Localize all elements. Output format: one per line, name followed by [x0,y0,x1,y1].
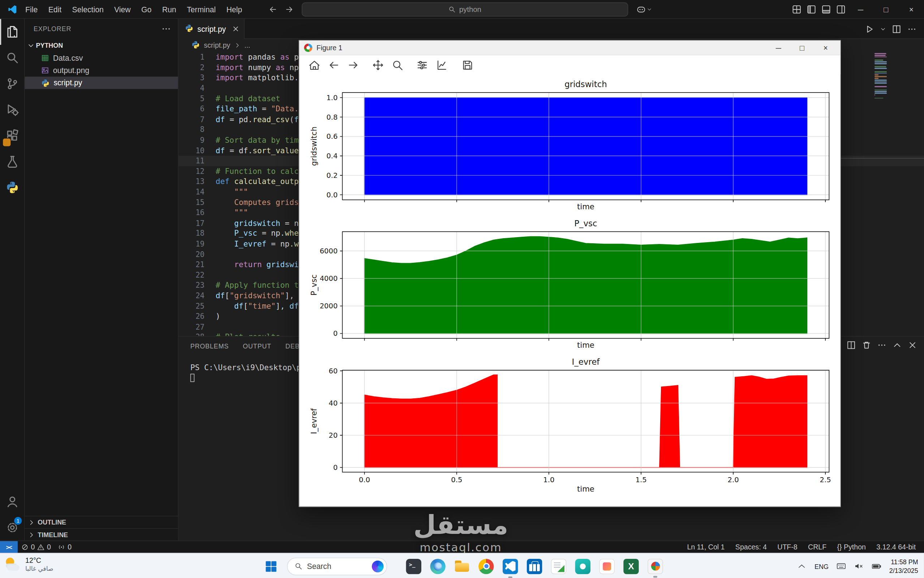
taskbar-app-pyfig[interactable] [648,559,663,574]
figure-tool-pan-icon[interactable] [370,57,386,72]
toggle-secondary-sidebar-icon[interactable] [836,5,846,14]
menu-go[interactable]: Go [136,5,157,14]
activity-account-icon[interactable] [0,489,24,515]
figure-tool-home-icon[interactable] [306,57,323,72]
command-center-search[interactable]: python [302,3,628,16]
toggle-panel-icon[interactable] [821,5,831,14]
taskbar-app-teal[interactable] [575,559,590,574]
back-icon[interactable] [269,5,277,14]
close-tab-icon[interactable] [232,25,239,32]
breadcrumb-file[interactable]: script.py [204,41,230,50]
figure-tool-subplots-icon[interactable] [414,57,430,72]
taskbar-app-vscode[interactable] [503,559,518,574]
line-number: 4 [178,84,204,93]
toggle-primary-sidebar-icon[interactable] [807,5,816,14]
run-options-dropdown-icon[interactable] [880,26,886,32]
tray-chevron-up-icon[interactable] [797,561,807,571]
status-indentation[interactable]: Spaces: 4 [735,543,767,551]
figure-tool-zoom-icon[interactable] [389,57,405,72]
figure-close-button[interactable]: × [814,41,837,55]
clock[interactable]: 11:58 PM 2/13/2025 [889,558,918,575]
svg-text:P_vsc: P_vsc [309,274,318,295]
code-text: I_evref = np.whe [216,239,308,248]
file-output-png[interactable]: output.png [24,64,178,76]
taskbar-search[interactable]: Search [287,557,387,575]
battery-icon[interactable] [872,561,882,571]
split-terminal-icon[interactable] [847,341,855,349]
problems-status[interactable]: 0 0 [18,541,55,553]
figure-tool-save-icon[interactable] [460,57,475,72]
taskbar-app-vs[interactable] [551,559,566,574]
taskbar-app-store[interactable] [527,559,542,574]
forward-icon[interactable] [285,5,293,14]
remote-indicator[interactable]: >< [0,541,18,553]
menu-run[interactable]: Run [157,5,182,14]
menu-file[interactable]: File [20,5,43,14]
volume-mute-icon[interactable] [854,561,864,571]
file-script-py[interactable]: script.py [24,76,178,89]
menu-selection[interactable]: Selection [67,5,109,14]
customize-layout-icon[interactable] [792,5,801,14]
status-eol[interactable]: CRLF [808,543,827,551]
ports-status[interactable]: 0 [55,541,75,553]
close-button[interactable]: × [899,0,924,19]
line-number: 19 [178,239,204,248]
figure-maximize-button[interactable]: □ [790,41,814,55]
figure-tool-customize-icon[interactable] [434,57,449,72]
more-actions-icon[interactable] [877,341,886,349]
taskbar-app-excel[interactable] [623,559,639,574]
status-cursor-position[interactable]: Ln 11, Col 1 [687,543,725,551]
copilot-icon[interactable] [636,5,652,14]
figure-canvas[interactable]: 0.00.20.40.60.81.0gridswitchtimegridswit… [299,74,840,508]
menu-help[interactable]: Help [221,5,248,14]
figure-window[interactable]: Figure 1 ─□× 0.00.20.40.60.81.0gridswitc… [299,40,841,507]
status-language-mode[interactable]: {} Python [837,543,866,551]
menu-edit[interactable]: Edit [43,5,67,14]
sidebar-section-timeline[interactable]: TIMELINE [24,528,178,541]
minimize-button[interactable]: ─ [848,0,874,19]
more-actions-icon[interactable] [908,24,916,33]
figure-titlebar[interactable]: Figure 1 ─□× [299,41,840,56]
taskbar-app-chrome[interactable] [478,559,494,574]
menu-terminal[interactable]: Terminal [182,5,221,14]
activity-explorer-icon[interactable] [0,19,24,45]
tab-script-py[interactable]: script.py [178,19,245,39]
language-indicator[interactable]: ENG [814,563,828,570]
taskbar-app-files[interactable] [454,559,469,574]
terminal[interactable]: PS C:\Users\i9\Desktop\pyth [190,362,315,382]
activity-settings-icon[interactable]: 1 [0,515,24,541]
run-python-file-icon[interactable] [865,24,874,33]
file-data-csv[interactable]: Data.csv [24,52,178,64]
explorer-more-actions-icon[interactable] [162,24,171,34]
activity-search-icon[interactable] [0,45,24,71]
panel-tab-problems[interactable]: PROBLEMS [190,342,229,349]
split-editor-icon[interactable] [892,24,901,33]
maximize-panel-icon[interactable] [893,341,901,349]
weather-widget[interactable]: 12°C صافي غالبا [5,556,53,572]
activity-run-debug-icon[interactable] [0,96,24,123]
minimap[interactable] [874,53,910,99]
status-python-version[interactable]: 3.12.4 64-bit [876,543,916,551]
taskbar-app-terminal[interactable] [406,559,421,574]
figure-minimize-button[interactable]: ─ [767,41,790,55]
keyboard-icon[interactable] [836,561,846,571]
taskbar-app-edge[interactable] [430,559,445,574]
figure-tool-back-icon[interactable] [326,57,342,72]
workspace-folder-row[interactable]: PYTHON [24,39,178,52]
menu-view[interactable]: View [109,5,136,14]
activity-python-icon[interactable] [0,175,24,201]
close-panel-icon[interactable] [908,341,917,349]
start-button[interactable] [263,559,279,574]
breadcrumb-more[interactable]: ... [244,41,250,50]
activity-testing-icon[interactable] [0,149,24,175]
activity-extensions-icon[interactable] [0,123,24,149]
figure-tool-forward-icon[interactable] [345,57,361,72]
figure-window-controls: ─□× [767,41,841,55]
status-encoding[interactable]: UTF-8 [777,543,797,551]
maximize-button[interactable]: □ [874,0,899,19]
kill-terminal-icon[interactable] [862,341,871,349]
activity-source-control-icon[interactable] [0,71,24,97]
panel-tab-output[interactable]: OUTPUT [243,342,271,349]
sidebar-section-outline[interactable]: OUTLINE [24,516,178,528]
taskbar-app-idea[interactable] [599,559,614,574]
